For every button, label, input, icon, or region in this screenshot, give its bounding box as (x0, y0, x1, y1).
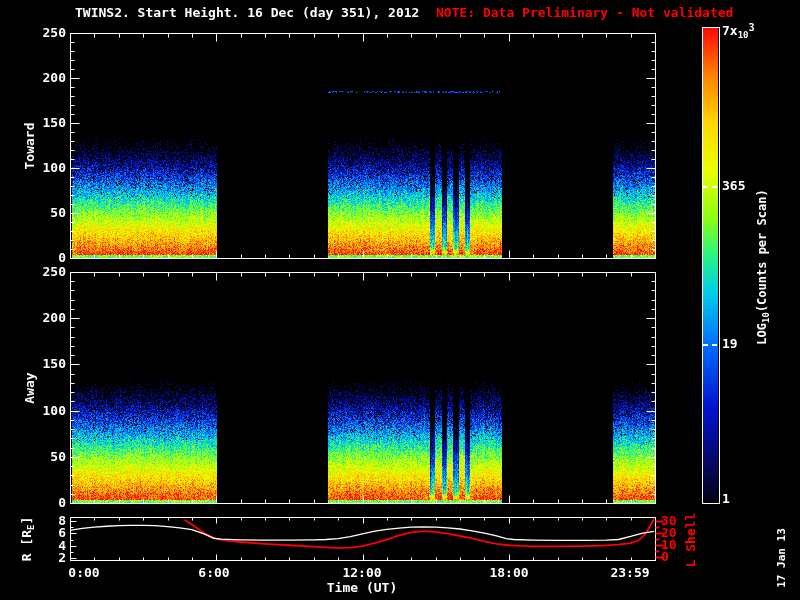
toward-ytick-label: 0 (24, 251, 66, 265)
r-ytick-label: 2 (24, 551, 66, 565)
page-title: TWINS2. Start Height. 16 Dec (day 351), … (75, 6, 419, 20)
toward-ytick-label: 100 (24, 161, 66, 175)
time-tick-label: 6:00 (198, 566, 229, 580)
away-axis-label: Away (23, 372, 37, 403)
time-axis-label: Time (UT) (327, 581, 397, 595)
lshell-ytick-label: 20 (661, 526, 677, 540)
twins2-plot-page: TWINS2. Start Height. 16 Dec (day 351), … (0, 0, 800, 600)
time-tick-label: 0:00 (68, 566, 99, 580)
time-tick-label: 12:00 (342, 566, 381, 580)
toward-ytick-label: 250 (24, 26, 66, 40)
time-tick-label: 23:59 (610, 566, 649, 580)
away-ytick-label: 0 (24, 496, 66, 510)
r-ytick-label: 6 (24, 526, 66, 540)
toward-ytick-label: 200 (24, 71, 66, 85)
colorbar-tick-19: 19 (722, 337, 738, 351)
colorbar-tick-top: 7x103 (722, 21, 755, 42)
plot-date-stamp: 17 Jan 13 (775, 528, 789, 588)
away-ytick-label: 150 (24, 357, 66, 371)
preliminary-note: NOTE: Data Preliminary - Not validated (436, 6, 733, 20)
away-ytick-label: 250 (24, 265, 66, 279)
lshell-ytick-label: 0 (661, 550, 669, 564)
lshell-ytick-label: 10 (661, 538, 677, 552)
away-ytick-label: 50 (24, 450, 66, 464)
lshell-axis-label: L Shell (684, 513, 698, 568)
colorbar-tick-1: 1 (722, 492, 730, 506)
toward-ytick-label: 150 (24, 116, 66, 130)
time-tick-label: 18:00 (489, 566, 528, 580)
r-ytick-label: 8 (24, 514, 66, 528)
colorbar-axis-label: LOG10(Counts per Scan) (755, 189, 773, 344)
away-ytick-label: 200 (24, 311, 66, 325)
away-ytick-label: 100 (24, 404, 66, 418)
r-ytick-label: 4 (24, 539, 66, 553)
lshell-ytick-label: 30 (661, 514, 677, 528)
spectrogram-plot-canvas (0, 0, 800, 600)
toward-ytick-label: 50 (24, 206, 66, 220)
colorbar-tick-365: 365 (722, 179, 745, 193)
